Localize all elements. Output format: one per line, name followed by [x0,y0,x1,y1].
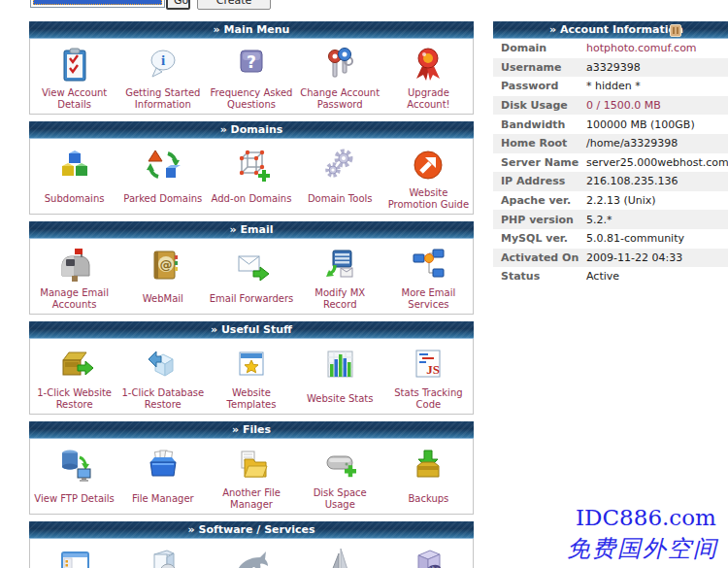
bar-chart-icon [320,344,359,386]
section-email: » EmailManage Email Accounts@WebMailEmai… [29,221,474,315]
menu-item-frequency-asked-questions[interactable]: ?Frequency Asked Questions [207,39,295,114]
account-row-status: StatusActive [493,267,728,286]
file-box-icon [144,444,182,486]
account-info-title: » Account Information [493,21,728,38]
section-header: » Software / Services [29,521,474,539]
menu-item-label: Getting Started Information [118,86,207,114]
menu-item-label: Frequency Asked Questions [207,86,295,114]
menu-item-label: Stats Tracking Code [384,386,473,414]
account-row-label: Bandwidth [493,118,586,131]
account-row-label: Username [493,61,586,74]
menu-item-label: Another File Manager [207,486,295,514]
svg-text:i: i [161,52,165,68]
menu-item-domain-tools[interactable]: Domain Tools [296,139,384,214]
account-row-server-name: Server Nameserver25.000webhost.com [493,153,728,173]
menu-item-label: Change Account Password [296,86,384,114]
section-domains: » DomainsSubdomainsParked DomainsAdd-on … [29,121,474,215]
folder-paper-icon [232,444,271,486]
section-body: 1-Click Website Restore1-Click Database … [29,339,474,415]
section-body: Manage Email Accounts@WebMailEmail Forwa… [29,239,474,315]
gears-icon [320,144,359,186]
info-balloon-icon: i [144,44,182,86]
menu-item-phpmyadmin-sail-icon[interactable] [296,539,384,568]
cubes-icon [55,144,94,186]
menu-item-disk-space-usage[interactable]: Disk Space Usage [296,439,384,514]
account-row-label: Apache ver. [493,194,586,207]
menu-item-website-templates[interactable]: Website Templates [207,339,295,414]
collapse-panel-icon[interactable] [670,24,681,37]
menu-item-backups[interactable]: Backups [384,439,473,514]
menu-item-file-manager[interactable]: File Manager [118,439,207,514]
section-files: » FilesView FTP DetailsFile ManagerAnoth… [29,421,474,515]
menu-item-more-email-services[interactable]: More Email Services [384,239,473,314]
menu-item-label: Website Stats [305,386,376,414]
menu-item-php-cube-icon[interactable]: php [384,539,473,568]
menu-item-manage-email-accounts[interactable]: Manage Email Accounts [30,239,118,314]
section-software-services: » Software / Servicesphp [29,521,474,568]
go-button[interactable]: Go [166,0,190,10]
menu-item-view-ftp-details[interactable]: View FTP Details [30,439,118,514]
menu-item-label: Upgrade Account! [384,86,473,114]
window-star-icon [232,344,271,386]
section-header: » Email [29,221,474,239]
account-row-value: 2.2.13 (Unix) [586,194,656,207]
section-body: View Account DetailsiGetting Started Inf… [29,39,474,115]
control-panel-page: Go Create New » Main MenuView Account De… [0,0,728,568]
menu-item-view-account-details[interactable]: View Account Details [30,39,118,114]
menu-item-change-account-password[interactable]: Change Account Password [296,39,384,114]
menu-item-upgrade-account[interactable]: Upgrade Account! [384,39,473,114]
domain-select[interactable] [30,0,165,8]
award-ribbon-icon [409,44,447,86]
section-body: php [29,539,474,568]
account-row-label: Status [493,270,586,283]
question-mark-icon: ? [232,44,271,86]
menu-item-website-stats[interactable]: Website Stats [296,339,384,414]
menu-item-another-file-manager[interactable]: Another File Manager [207,439,295,514]
menu-item-label: Disk Space Usage [296,486,384,514]
menu-item-email-forwarders[interactable]: Email Forwarders [207,239,295,314]
menu-item-parked-domains[interactable]: Parked Domains [118,139,207,214]
php-cube-icon: php [409,544,447,568]
account-row-value: 5.0.81-community [586,232,684,245]
account-row-value: 216.108.235.136 [586,175,678,187]
menu-item-getting-started-information[interactable]: iGetting Started Information [118,39,207,114]
svg-text:JS: JS [427,362,441,377]
menu-item-label: Add-on Domains [210,186,294,214]
create-new-button[interactable]: Create New [197,0,271,10]
menu-item-add-on-domains[interactable]: Add-on Domains [207,139,295,214]
keys-icon [320,44,359,86]
menu-item-stats-tracking-code[interactable]: JSStats Tracking Code [384,339,473,414]
account-row-value: * hidden * [586,80,641,92]
mailbox-icon [55,244,94,286]
envelope-forward-icon [232,244,271,286]
watermark-subtitle: 免费国外空间 [567,533,718,564]
menu-item-subdomains[interactable]: Subdomains [30,139,118,214]
menu-item-webmail[interactable]: @WebMail [118,239,207,314]
phpmyadmin-sail-icon [320,544,359,568]
account-row-activated-on: Activated On2009-11-22 04:33 [493,249,728,268]
account-row-label: Server Name [493,156,586,169]
account-row-value: server25.000webhost.com [586,156,728,169]
svg-text:@: @ [159,257,172,272]
js-code-icon: JS [409,344,447,386]
domain-select-selection [33,0,162,5]
menu-item-mysql-dolphin-icon[interactable] [207,539,295,568]
account-row-value[interactable]: hotphoto.comuf.com [586,42,697,54]
menu-item-software-box-icon[interactable] [118,539,207,568]
topbar: Go Create New [0,0,728,16]
account-row-mysql-ver: MySQL ver.5.0.81-community [493,229,728,249]
account-info-panel: » Account Information Domainhotphoto.com… [493,21,728,286]
account-row-password: Password* hidden * [493,77,728,96]
wireframe-cube-icon [232,144,271,186]
menu-item-label: 1-Click Website Restore [30,386,118,414]
menu-item-label: Subdomains [43,186,107,214]
menu-item-modify-mx-record[interactable]: Modify MX Record [296,239,384,314]
menu-item-website-promotion-guide[interactable]: Website Promotion Guide [384,139,473,214]
menu-item-1-click-database-restore[interactable]: 1-Click Database Restore [118,339,207,414]
section-body: View FTP DetailsFile ManagerAnother File… [29,439,474,515]
menu-item-window-menu-icon[interactable] [30,539,118,568]
account-info-rows: Domainhotphoto.comuf.comUsernamea3329398… [493,39,728,286]
menu-item-label: Manage Email Accounts [30,286,118,314]
menu-item-1-click-website-restore[interactable]: 1-Click Website Restore [30,339,118,414]
account-row-label: MySQL ver. [493,232,586,245]
